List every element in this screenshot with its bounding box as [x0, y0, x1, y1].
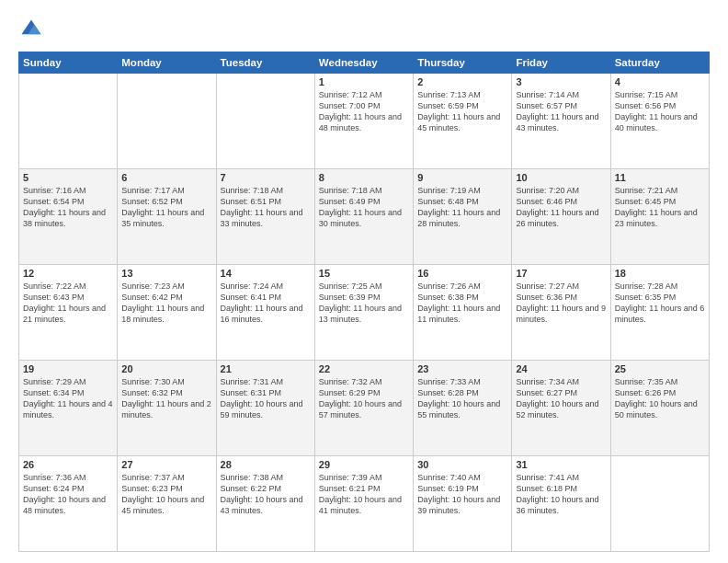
day-cell: 10Sunrise: 7:20 AM Sunset: 6:46 PM Dayli…	[512, 169, 610, 265]
day-info: Sunrise: 7:24 AM Sunset: 6:41 PM Dayligh…	[221, 281, 311, 326]
day-number: 21	[221, 363, 311, 374]
day-number: 4	[615, 76, 705, 87]
day-cell: 27Sunrise: 7:37 AM Sunset: 6:23 PM Dayli…	[118, 456, 216, 552]
day-cell	[19, 74, 118, 169]
day-cell: 16Sunrise: 7:26 AM Sunset: 6:38 PM Dayli…	[414, 265, 512, 361]
day-number: 16	[417, 268, 507, 279]
day-cell: 30Sunrise: 7:40 AM Sunset: 6:19 PM Dayli…	[414, 456, 512, 552]
day-cell: 5Sunrise: 7:16 AM Sunset: 6:54 PM Daylig…	[19, 169, 118, 265]
day-number: 23	[417, 363, 507, 374]
col-header-friday: Friday	[512, 52, 610, 74]
day-info: Sunrise: 7:20 AM Sunset: 6:46 PM Dayligh…	[516, 185, 606, 230]
day-cell: 11Sunrise: 7:21 AM Sunset: 6:45 PM Dayli…	[610, 169, 709, 265]
day-number: 31	[516, 459, 606, 470]
day-number: 24	[516, 363, 606, 374]
day-info: Sunrise: 7:30 AM Sunset: 6:32 PM Dayligh…	[121, 376, 211, 421]
day-cell: 12Sunrise: 7:22 AM Sunset: 6:43 PM Dayli…	[19, 265, 118, 361]
day-info: Sunrise: 7:13 AM Sunset: 6:59 PM Dayligh…	[417, 89, 507, 134]
col-header-monday: Monday	[118, 52, 216, 74]
day-info: Sunrise: 7:32 AM Sunset: 6:29 PM Dayligh…	[319, 376, 409, 421]
day-cell: 25Sunrise: 7:35 AM Sunset: 6:26 PM Dayli…	[610, 361, 709, 456]
week-row-2: 5Sunrise: 7:16 AM Sunset: 6:54 PM Daylig…	[19, 169, 710, 265]
day-cell: 13Sunrise: 7:23 AM Sunset: 6:42 PM Dayli…	[118, 265, 216, 361]
day-cell: 23Sunrise: 7:33 AM Sunset: 6:28 PM Dayli…	[414, 361, 512, 456]
calendar-table: SundayMondayTuesdayWednesdayThursdayFrid…	[18, 52, 710, 552]
day-info: Sunrise: 7:28 AM Sunset: 6:35 PM Dayligh…	[615, 281, 705, 326]
day-cell: 9Sunrise: 7:19 AM Sunset: 6:48 PM Daylig…	[414, 169, 512, 265]
day-cell: 8Sunrise: 7:18 AM Sunset: 6:49 PM Daylig…	[314, 169, 413, 265]
day-info: Sunrise: 7:17 AM Sunset: 6:52 PM Dayligh…	[121, 185, 211, 230]
col-header-sunday: Sunday	[19, 52, 118, 74]
day-info: Sunrise: 7:34 AM Sunset: 6:27 PM Dayligh…	[516, 376, 606, 421]
day-info: Sunrise: 7:38 AM Sunset: 6:22 PM Dayligh…	[221, 472, 311, 517]
day-number: 17	[516, 268, 606, 279]
day-number: 5	[23, 172, 113, 183]
day-info: Sunrise: 7:27 AM Sunset: 6:36 PM Dayligh…	[516, 281, 606, 326]
day-number: 28	[221, 459, 311, 470]
day-cell: 24Sunrise: 7:34 AM Sunset: 6:27 PM Dayli…	[512, 361, 610, 456]
calendar-body: 1Sunrise: 7:12 AM Sunset: 7:00 PM Daylig…	[19, 74, 710, 552]
day-info: Sunrise: 7:18 AM Sunset: 6:51 PM Dayligh…	[221, 185, 311, 230]
col-header-tuesday: Tuesday	[216, 52, 314, 74]
day-cell: 31Sunrise: 7:41 AM Sunset: 6:18 PM Dayli…	[512, 456, 610, 552]
day-info: Sunrise: 7:19 AM Sunset: 6:48 PM Dayligh…	[417, 185, 507, 230]
day-number: 7	[221, 172, 311, 183]
day-cell: 17Sunrise: 7:27 AM Sunset: 6:36 PM Dayli…	[512, 265, 610, 361]
day-number: 15	[319, 268, 409, 279]
day-number: 25	[615, 363, 705, 374]
day-cell: 3Sunrise: 7:14 AM Sunset: 6:57 PM Daylig…	[512, 74, 610, 169]
day-info: Sunrise: 7:15 AM Sunset: 6:56 PM Dayligh…	[615, 89, 705, 134]
day-cell: 29Sunrise: 7:39 AM Sunset: 6:21 PM Dayli…	[314, 456, 413, 552]
day-cell: 21Sunrise: 7:31 AM Sunset: 6:31 PM Dayli…	[216, 361, 314, 456]
day-cell: 26Sunrise: 7:36 AM Sunset: 6:24 PM Dayli…	[19, 456, 118, 552]
day-number: 2	[417, 76, 507, 87]
day-cell: 15Sunrise: 7:25 AM Sunset: 6:39 PM Dayli…	[314, 265, 413, 361]
day-number: 30	[417, 459, 507, 470]
week-row-1: 1Sunrise: 7:12 AM Sunset: 7:00 PM Daylig…	[19, 74, 710, 169]
week-row-5: 26Sunrise: 7:36 AM Sunset: 6:24 PM Dayli…	[19, 456, 710, 552]
day-info: Sunrise: 7:36 AM Sunset: 6:24 PM Dayligh…	[23, 472, 113, 517]
week-row-3: 12Sunrise: 7:22 AM Sunset: 6:43 PM Dayli…	[19, 265, 710, 361]
col-header-wednesday: Wednesday	[314, 52, 413, 74]
day-number: 12	[23, 268, 113, 279]
day-number: 6	[121, 172, 211, 183]
day-number: 11	[615, 172, 705, 183]
day-info: Sunrise: 7:26 AM Sunset: 6:38 PM Dayligh…	[417, 281, 507, 326]
day-info: Sunrise: 7:18 AM Sunset: 6:49 PM Dayligh…	[319, 185, 409, 230]
day-cell	[610, 456, 709, 552]
day-cell: 28Sunrise: 7:38 AM Sunset: 6:22 PM Dayli…	[216, 456, 314, 552]
week-row-4: 19Sunrise: 7:29 AM Sunset: 6:34 PM Dayli…	[19, 361, 710, 456]
day-number: 22	[319, 363, 409, 374]
day-number: 27	[121, 459, 211, 470]
day-cell: 2Sunrise: 7:13 AM Sunset: 6:59 PM Daylig…	[414, 74, 512, 169]
day-number: 9	[417, 172, 507, 183]
day-info: Sunrise: 7:21 AM Sunset: 6:45 PM Dayligh…	[615, 185, 705, 230]
day-info: Sunrise: 7:39 AM Sunset: 6:21 PM Dayligh…	[319, 472, 409, 517]
day-cell: 6Sunrise: 7:17 AM Sunset: 6:52 PM Daylig…	[118, 169, 216, 265]
day-info: Sunrise: 7:22 AM Sunset: 6:43 PM Dayligh…	[23, 281, 113, 326]
day-cell	[118, 74, 216, 169]
day-info: Sunrise: 7:31 AM Sunset: 6:31 PM Dayligh…	[221, 376, 311, 421]
day-info: Sunrise: 7:14 AM Sunset: 6:57 PM Dayligh…	[516, 89, 606, 134]
day-cell: 14Sunrise: 7:24 AM Sunset: 6:41 PM Dayli…	[216, 265, 314, 361]
day-info: Sunrise: 7:41 AM Sunset: 6:18 PM Dayligh…	[516, 472, 606, 517]
header-row: SundayMondayTuesdayWednesdayThursdayFrid…	[19, 52, 710, 74]
day-number: 8	[319, 172, 409, 183]
day-info: Sunrise: 7:33 AM Sunset: 6:28 PM Dayligh…	[417, 376, 507, 421]
day-number: 20	[121, 363, 211, 374]
day-number: 29	[319, 459, 409, 470]
day-number: 1	[319, 76, 409, 87]
logo	[18, 17, 48, 42]
day-number: 3	[516, 76, 606, 87]
day-number: 10	[516, 172, 606, 183]
col-header-saturday: Saturday	[610, 52, 709, 74]
day-info: Sunrise: 7:37 AM Sunset: 6:23 PM Dayligh…	[121, 472, 211, 517]
day-cell: 4Sunrise: 7:15 AM Sunset: 6:56 PM Daylig…	[610, 74, 709, 169]
header	[18, 17, 710, 42]
calendar-header: SundayMondayTuesdayWednesdayThursdayFrid…	[19, 52, 710, 74]
day-number: 13	[121, 268, 211, 279]
day-cell: 19Sunrise: 7:29 AM Sunset: 6:34 PM Dayli…	[19, 361, 118, 456]
day-cell	[216, 74, 314, 169]
day-number: 26	[23, 459, 113, 470]
day-info: Sunrise: 7:16 AM Sunset: 6:54 PM Dayligh…	[23, 185, 113, 230]
